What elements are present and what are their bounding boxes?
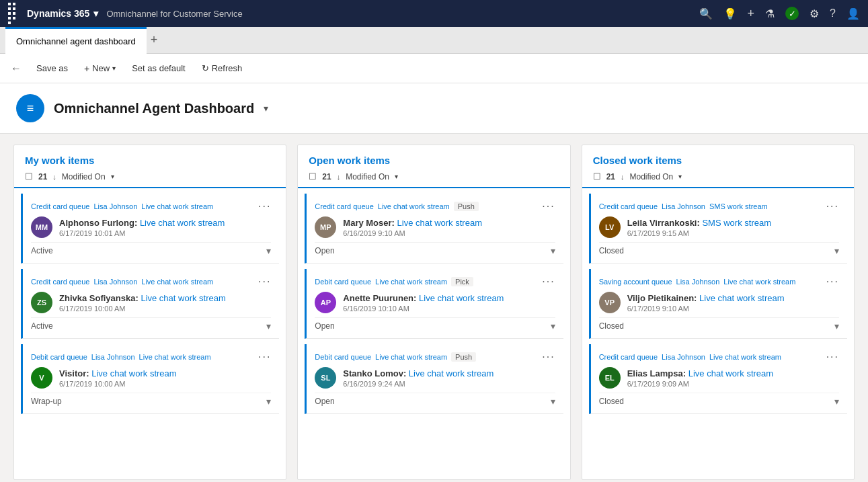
card-more-button[interactable]: ··· [542, 351, 555, 363]
card-tag-link[interactable]: Lisa Johnson [662, 202, 705, 210]
card-expand-button[interactable]: ▾ [834, 321, 839, 331]
sort-arrow-closed-work[interactable]: ↓ [621, 173, 625, 181]
save-as-button[interactable]: Save as [30, 61, 75, 76]
sort-arrow-my-work[interactable]: ↓ [52, 173, 56, 181]
card-date: 6/17/2019 10:01 AM [59, 229, 225, 237]
card-tag-link[interactable]: Lisa Johnson [91, 353, 135, 361]
card-tag-link[interactable]: Debit card queue [31, 353, 87, 361]
card-tag-link[interactable]: Live chat work stream [375, 278, 447, 286]
card-tag-link[interactable]: Debit card queue [315, 278, 371, 286]
card-more-button[interactable]: ··· [826, 200, 839, 212]
active-tab[interactable]: Omnichannel agent dashboard [5, 27, 147, 54]
card-tag-link[interactable]: Live chat work stream [139, 353, 211, 361]
card-tag-link[interactable]: Live chat work stream [709, 353, 781, 361]
card-expand-button[interactable]: ▾ [834, 245, 839, 256]
brand-logo[interactable]: Dynamics 365 ▾ [27, 8, 98, 19]
card-more-button[interactable]: ··· [258, 351, 271, 363]
card-tag-link[interactable]: Live chat work stream [378, 202, 450, 210]
avatar: VP [599, 292, 621, 313]
card-expand-button[interactable]: ▾ [551, 245, 555, 256]
card-tags: Credit card queueLisa JohnsonLive chat w… [599, 351, 839, 363]
card-tag-badge: Push [451, 352, 476, 362]
card-tag-link[interactable]: Saving account queue [599, 278, 672, 286]
card-tag-link[interactable]: SMS work stream [709, 202, 768, 210]
card-more-button[interactable]: ··· [258, 200, 271, 212]
set-default-button[interactable]: Set as default [125, 61, 192, 76]
card-tag-link[interactable]: Debit card queue [315, 353, 371, 361]
card-tag-link[interactable]: Lisa Johnson [93, 278, 137, 286]
filter-icon[interactable]: ⚗ [765, 7, 775, 20]
search-icon[interactable]: 🔍 [699, 7, 713, 20]
column-controls-closed-work: ☐ 21 ↓ Modified On ▾ [593, 171, 843, 182]
card-info: Elias Lampsa: Live chat work stream 6/17… [627, 368, 774, 388]
sort-label-closed-work[interactable]: Modified On [630, 172, 674, 182]
sort-label-open-work[interactable]: Modified On [346, 172, 389, 182]
card-status: Closed [599, 397, 624, 406]
sort-chevron-my-work[interactable]: ▾ [111, 173, 114, 180]
refresh-button[interactable]: ↻ Refresh [195, 61, 249, 76]
work-card: Credit card queueLive chat work streamPu… [305, 194, 563, 264]
card-tag-link[interactable]: Live chat work stream [141, 202, 213, 210]
back-button[interactable]: ← [5, 60, 27, 77]
work-card: Debit card queueLive chat work streamPus… [305, 344, 563, 414]
card-info: Zhivka Sofiyanska: Live chat work stream… [59, 293, 226, 313]
lightbulb-icon[interactable]: 💡 [723, 7, 737, 20]
card-expand-button[interactable]: ▾ [266, 396, 271, 407]
card-tag-link[interactable]: Live chat work stream [375, 353, 447, 361]
card-info: Stanko Lomov: Live chat work stream 6/16… [343, 368, 494, 388]
column-controls-my-work: ☐ 21 ↓ Modified On ▾ [25, 171, 275, 182]
check-icon-closed-work[interactable]: ☐ [593, 171, 601, 182]
help-icon[interactable]: ? [830, 7, 836, 19]
card-date: 6/17/2019 10:00 AM [59, 380, 177, 388]
card-expand-button[interactable]: ▾ [551, 321, 555, 331]
card-more-button[interactable]: ··· [542, 200, 555, 212]
add-icon[interactable]: + [748, 7, 755, 21]
new-icon: + [84, 63, 89, 74]
card-body: MM Alphonso Furlong: Live chat work stre… [31, 216, 271, 238]
brand-chevron[interactable]: ▾ [93, 8, 98, 19]
user-icon[interactable]: 👤 [846, 7, 860, 20]
column-title-closed-work: Closed work items [593, 155, 843, 166]
card-tag-link[interactable]: Live chat work stream [723, 278, 795, 286]
card-name: Elias Lampsa: Live chat work stream [627, 368, 774, 378]
page-title-chevron[interactable]: ▾ [264, 103, 268, 114]
card-tag-link[interactable]: Credit card queue [315, 202, 373, 210]
sort-chevron-closed-work[interactable]: ▾ [678, 173, 682, 180]
card-more-button[interactable]: ··· [826, 351, 839, 363]
work-card: Credit card queueLisa JohnsonLive chat w… [589, 344, 847, 414]
card-tags: Credit card queueLisa JohnsonSMS work st… [599, 200, 839, 212]
sort-chevron-open-work[interactable]: ▾ [395, 173, 398, 180]
card-status-row: Open ▾ [315, 242, 555, 256]
card-tag-link[interactable]: Credit card queue [599, 202, 658, 210]
card-status: Closed [599, 321, 624, 331]
settings-icon[interactable]: ⚙ [810, 7, 819, 20]
card-tag-link[interactable]: Credit card queue [31, 202, 89, 210]
card-tag-link[interactable]: Credit card queue [599, 353, 658, 361]
avatar: LV [599, 216, 621, 238]
card-more-button[interactable]: ··· [542, 276, 555, 288]
card-status: Open [315, 246, 334, 255]
check-icon-open-work[interactable]: ☐ [309, 171, 317, 182]
card-status-row: Closed ▾ [599, 393, 839, 407]
sort-label-my-work[interactable]: Modified On [62, 172, 106, 182]
card-expand-button[interactable]: ▾ [266, 245, 271, 256]
column-open-work: Open work items ☐ 21 ↓ Modified On ▾ Cre… [297, 145, 570, 480]
add-tab-button[interactable]: + [147, 33, 162, 47]
card-expand-button[interactable]: ▾ [266, 321, 271, 331]
card-more-button[interactable]: ··· [826, 276, 839, 288]
card-expand-button[interactable]: ▾ [551, 396, 555, 407]
card-tag-link[interactable]: Lisa Johnson [676, 278, 720, 286]
card-expand-button[interactable]: ▾ [834, 396, 839, 407]
card-more-button[interactable]: ··· [258, 276, 271, 288]
page-icon: ≡ [16, 94, 44, 122]
card-tag-link[interactable]: Live chat work stream [141, 278, 213, 286]
sort-arrow-open-work[interactable]: ↓ [337, 173, 341, 181]
card-tag-link[interactable]: Lisa Johnson [662, 353, 705, 361]
card-tag-link[interactable]: Lisa Johnson [93, 202, 137, 210]
apps-menu-icon[interactable] [8, 3, 19, 24]
check-icon-my-work[interactable]: ☐ [25, 171, 33, 182]
card-status-row: Closed ▾ [599, 242, 839, 256]
card-tag-link[interactable]: Credit card queue [31, 278, 89, 286]
column-title-open-work: Open work items [309, 155, 559, 166]
new-button[interactable]: + New ▾ [77, 61, 122, 77]
